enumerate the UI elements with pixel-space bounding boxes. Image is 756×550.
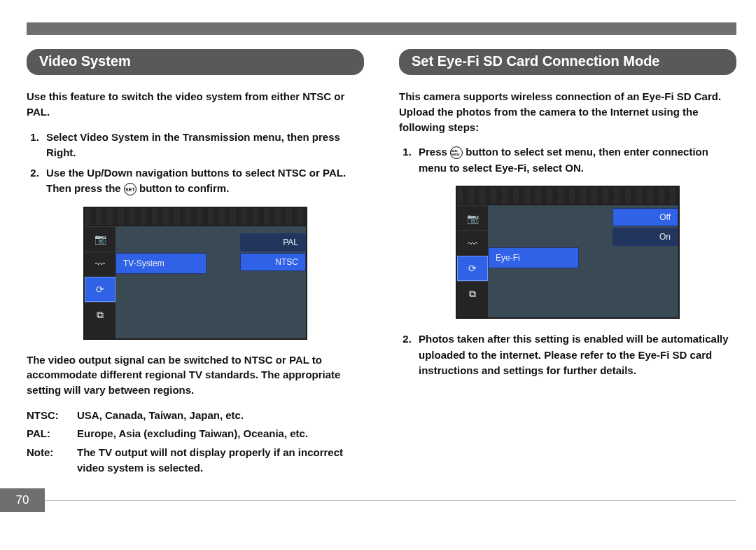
sidebar-camera-icon: 📷 [457,205,488,231]
sidebar-screens-icon: ⧉ [457,281,488,306]
def-note: Note: The TV output will not display pro… [27,445,364,479]
def-label: Note: [27,445,77,479]
func-menu-button-icon: func menu [450,146,463,159]
page-number: 70 [0,488,45,512]
page-body: Video System Use this feature to switch … [27,49,736,479]
def-label: PAL: [27,426,77,445]
sidebar-camera-icon: 📷 [85,226,115,252]
sidebar-wrench-icon: 〰 [85,252,115,277]
option-pal: PAL [240,233,306,252]
menu-main-area: PAL TV-System NTSC [115,208,306,338]
eye-fi-step-2: Photos taken after this setting is enabl… [414,331,736,379]
sidebar-wrench-icon: 〰 [457,231,488,256]
def-pal: PAL: Europe, Asia (excluding Taiwan), Oc… [27,426,364,445]
step-2: Use the Up/Down navigation buttons to se… [42,165,364,197]
video-system-intro: Use this feature to switch the video sys… [27,89,364,120]
def-label: NTSC: [27,408,77,427]
set-button-icon: SET [124,183,136,195]
eye-fi-menu-screenshot: 📷 〰 ⟳ ⧉ Off On Eye-Fi [456,186,680,319]
def-ntsc: NTSC: USA, Canada, Taiwan, Japan, etc. [27,408,364,427]
device-top-strip [457,187,678,205]
section-heading-eye-fi: Set Eye-Fi SD Card Connection Mode [399,49,736,75]
section-heading-video-system: Video System [27,49,364,75]
step-post: button to select set menu, then enter co… [419,146,708,174]
right-column: Set Eye-Fi SD Card Connection Mode This … [399,49,736,479]
device-top-strip [85,208,306,226]
def-value: USA, Canada, Taiwan, Japan, etc. [77,408,364,427]
eye-fi-step-1: Press func menu button to select set men… [414,144,736,176]
eye-fi-intro: This camera supports wireless connection… [399,89,736,135]
sidebar-transmission-icon: ⟳ [457,256,488,281]
def-value: The TV output will not display properly … [77,445,364,479]
menu-sidebar: 📷 〰 ⟳ ⧉ [457,187,488,317]
footer-rule [45,500,736,501]
header-bar [27,22,736,35]
option-on: On [612,228,678,246]
option-ntsc-selected: NTSC [240,253,306,271]
def-value: Europe, Asia (excluding Taiwan), Oceania… [77,426,364,445]
menu-label-tv-system: TV-System [115,253,206,274]
eye-fi-steps-cont: Photos taken after this setting is enabl… [414,331,736,379]
sidebar-transmission-icon: ⟳ [85,277,115,302]
eye-fi-steps: Press func menu button to select set men… [414,144,736,176]
step-pre: Press [419,146,450,158]
menu-label-eye-fi: Eye-Fi [488,247,579,268]
menu-main-area: Off On Eye-Fi [488,187,678,317]
sidebar-screens-icon: ⧉ [85,302,115,327]
menu-sidebar: 📷 〰 ⟳ ⧉ [85,208,115,338]
video-system-steps: Select Video System in the Transmission … [42,130,364,197]
step-1: Select Video System in the Transmission … [42,130,364,161]
video-system-after: The video output signal can be switched … [27,352,364,398]
region-definitions: NTSC: USA, Canada, Taiwan, Japan, etc. P… [27,408,364,479]
left-column: Video System Use this feature to switch … [27,49,364,479]
step-2-post: button to confirm. [136,182,229,194]
option-off-selected: Off [612,208,678,226]
tv-system-menu-screenshot: 📷 〰 ⟳ ⧉ PAL TV-System NTSC [83,207,307,340]
